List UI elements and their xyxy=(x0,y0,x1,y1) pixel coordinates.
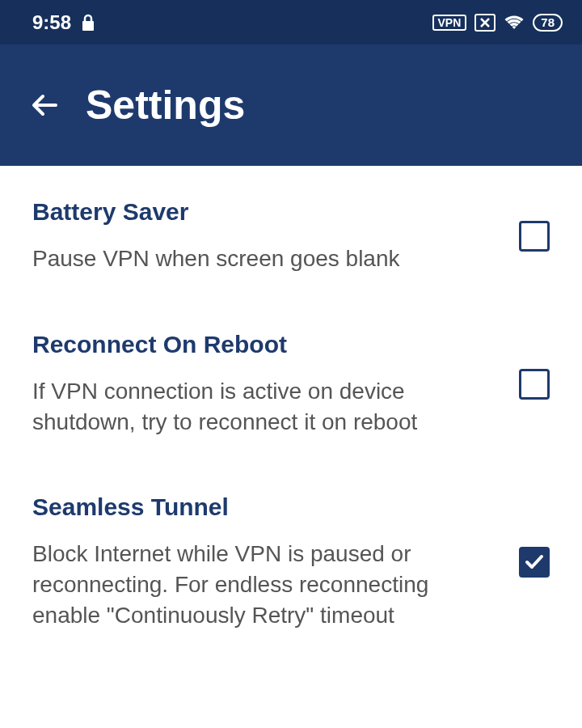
setting-text: Reconnect On Reboot If VPN connection is… xyxy=(32,331,487,438)
lock-icon xyxy=(81,14,95,32)
checkbox-reconnect-reboot[interactable] xyxy=(519,369,550,400)
app-bar: Settings xyxy=(0,44,582,166)
status-left: 9:58 xyxy=(32,11,95,34)
setting-text: Battery Saver Pause VPN when screen goes… xyxy=(32,198,487,274)
setting-title: Seamless Tunnel xyxy=(32,493,487,521)
setting-description: If VPN connection is active on device sh… xyxy=(32,376,487,438)
setting-description: Pause VPN when screen goes blank xyxy=(32,243,487,274)
vpn-indicator: VPN xyxy=(432,15,467,31)
svg-rect-0 xyxy=(82,21,94,31)
setting-reconnect-reboot[interactable]: Reconnect On Reboot If VPN connection is… xyxy=(32,298,550,462)
no-sim-icon xyxy=(474,14,496,32)
status-right: VPN 78 xyxy=(432,14,563,32)
status-bar: 9:58 VPN 78 xyxy=(0,0,582,44)
setting-battery-saver[interactable]: Battery Saver Pause VPN when screen goes… xyxy=(32,166,550,298)
checkbox-seamless-tunnel[interactable] xyxy=(519,547,550,578)
back-button[interactable] xyxy=(29,89,61,121)
checkbox-battery-saver[interactable] xyxy=(519,221,550,252)
wifi-icon xyxy=(504,15,525,31)
setting-seamless-tunnel[interactable]: Seamless Tunnel Block Internet while VPN… xyxy=(32,461,550,654)
settings-list: Battery Saver Pause VPN when screen goes… xyxy=(0,166,582,655)
status-time: 9:58 xyxy=(32,11,71,34)
page-title: Settings xyxy=(86,82,245,129)
setting-title: Battery Saver xyxy=(32,198,487,226)
setting-description: Block Internet while VPN is paused or re… xyxy=(32,539,487,630)
battery-indicator: 78 xyxy=(533,14,563,32)
setting-title: Reconnect On Reboot xyxy=(32,331,487,358)
setting-text: Seamless Tunnel Block Internet while VPN… xyxy=(32,493,487,630)
